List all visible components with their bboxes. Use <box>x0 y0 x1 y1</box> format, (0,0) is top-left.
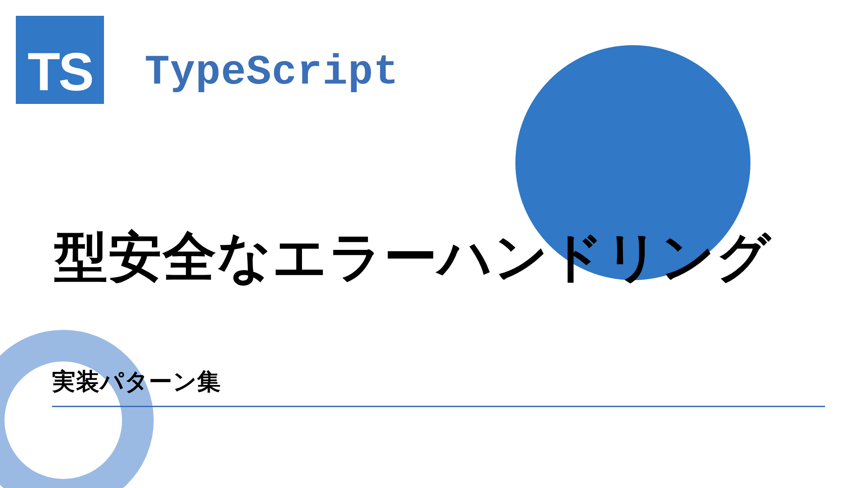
subtitle-block: 実装パターン集 <box>52 366 825 407</box>
brand-label: TypeScript <box>145 49 399 96</box>
subtitle-rule <box>52 406 825 407</box>
decorative-ring <box>0 330 154 488</box>
subtitle: 実装パターン集 <box>52 366 825 398</box>
typescript-logo: TS <box>16 16 104 104</box>
page-title: 型安全なエラーハンドリング <box>54 221 772 294</box>
logo-text: TS <box>28 45 92 99</box>
slide-title: TS TypeScript 型安全なエラーハンドリング 実装パターン集 <box>0 0 868 488</box>
